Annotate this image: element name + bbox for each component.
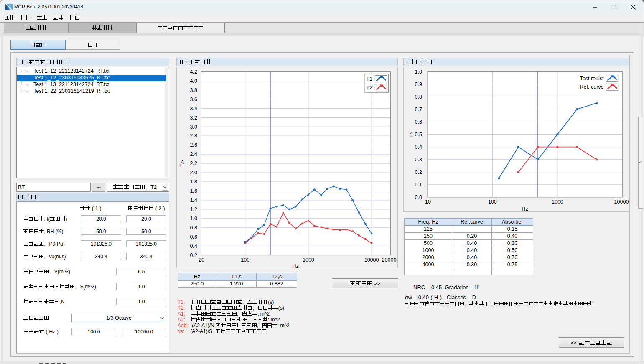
svg-text:0.8: 0.8 — [415, 94, 422, 100]
svg-text:0.4: 0.4 — [415, 144, 422, 150]
svg-text:3.4: 3.4 — [190, 106, 197, 112]
svg-text:0.6: 0.6 — [415, 119, 422, 125]
svg-text:0.6: 0.6 — [190, 234, 197, 240]
svg-text:4.2: 4.2 — [190, 69, 197, 75]
svg-text:2.2: 2.2 — [190, 160, 197, 166]
svg-text:1.4: 1.4 — [190, 197, 197, 203]
svg-text:1.0: 1.0 — [190, 216, 197, 221]
svg-text:1000: 1000 — [552, 199, 563, 205]
svg-text:2.0: 2.0 — [190, 170, 197, 176]
svg-text:0.9: 0.9 — [415, 81, 422, 87]
svg-text:1.0: 1.0 — [415, 69, 422, 75]
svg-text:0.1: 0.1 — [415, 182, 422, 188]
svg-text:1.2: 1.2 — [190, 206, 197, 212]
svg-text:T1: T1 — [366, 76, 372, 82]
svg-text:0.3: 0.3 — [415, 157, 422, 163]
svg-text:0.0: 0.0 — [415, 194, 422, 200]
svg-text:T2: T2 — [366, 85, 372, 91]
svg-text:3.2: 3.2 — [190, 115, 197, 121]
svg-text:1000: 1000 — [303, 257, 314, 263]
svg-text:100: 100 — [488, 199, 497, 205]
svg-text:Ref. curve: Ref. curve — [580, 84, 604, 90]
svg-text:Test reulst: Test reulst — [580, 76, 604, 81]
svg-text:4.0: 4.0 — [190, 78, 197, 84]
svg-text:100: 100 — [241, 257, 249, 263]
svg-text:3.8: 3.8 — [190, 87, 197, 93]
svg-text:3.6: 3.6 — [190, 97, 197, 102]
svg-text:3.0: 3.0 — [190, 124, 197, 130]
svg-text:1.8: 1.8 — [190, 179, 197, 185]
svg-text:2.4: 2.4 — [190, 151, 197, 157]
svg-text:0.7: 0.7 — [415, 107, 422, 112]
svg-text:0.8: 0.8 — [190, 225, 197, 231]
svg-text:10000: 10000 — [614, 199, 629, 205]
svg-text:Hz: Hz — [522, 206, 528, 212]
svg-text:0.5: 0.5 — [415, 132, 422, 137]
svg-text:0.4: 0.4 — [190, 243, 197, 249]
svg-text:20000: 20000 — [382, 257, 397, 263]
svg-text:20: 20 — [199, 257, 204, 263]
svg-text:2.6: 2.6 — [190, 142, 197, 148]
svg-text:0.2: 0.2 — [190, 252, 197, 258]
svg-text:0.2: 0.2 — [415, 169, 422, 175]
svg-text:2.8: 2.8 — [190, 133, 197, 139]
svg-text:T,s: T,s — [179, 160, 185, 166]
svg-text:10: 10 — [425, 199, 431, 205]
svg-text:αs: αs — [408, 132, 414, 137]
svg-text:10000: 10000 — [364, 257, 379, 263]
svg-text:1.6: 1.6 — [190, 188, 197, 194]
svg-text:Hz: Hz — [292, 263, 298, 268]
